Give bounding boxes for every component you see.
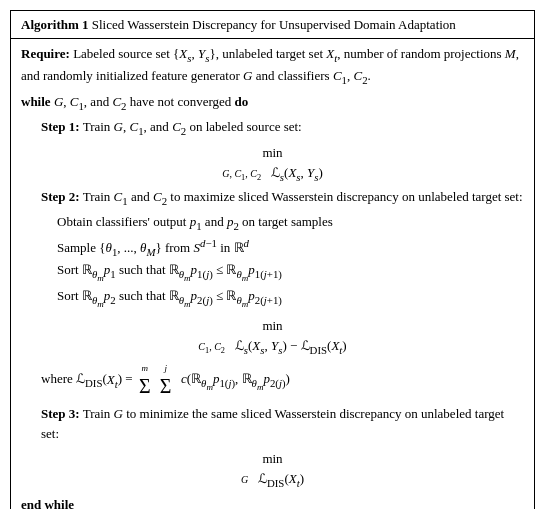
step2-loss: ℒs(Xs, Ys) − ℒDIS(Xt) <box>235 338 347 353</box>
while-condition: G, C1, and C2 have not converged <box>54 94 235 109</box>
algorithm-header: Algorithm 1 Sliced Wasserstein Discrepan… <box>11 11 534 39</box>
algorithm-body: Require: Labeled source set {Xs, Ys}, un… <box>11 39 534 509</box>
step2-sub1: Obtain classifiers' output p1 and p2 on … <box>21 212 524 234</box>
require-label: Require: <box>21 46 70 61</box>
algorithm-title: Algorithm 1 <box>21 17 89 32</box>
step3-label: Step 3: <box>41 406 80 421</box>
step1-section: Step 1: Train G, C1, and C2 on labeled s… <box>21 117 524 139</box>
while-section: while G, C1, and C2 have not converged d… <box>21 92 524 114</box>
sum-table-j: j Σ <box>158 361 174 400</box>
step3-text: Train G to minimize the same sliced Wass… <box>41 406 504 441</box>
step2-min-block: min C1, C2 ℒs(Xs, Ys) − ℒDIS(Xt) <box>21 316 524 359</box>
step2-label: Step 2: <box>41 189 80 204</box>
step2-sort2: Sort ℝθmp2 such that ℝθmp2(j) ≤ ℝθmp2(j+… <box>21 286 524 312</box>
step1-min-block: min G, C1, C2 ℒs(Xs, Ys) <box>21 143 524 186</box>
require-section: Require: Labeled source set {Xs, Ys}, un… <box>21 44 524 89</box>
algorithm-box: Algorithm 1 Sliced Wasserstein Discrepan… <box>10 10 535 509</box>
end-while-label: end while <box>21 497 74 509</box>
sum-table: m Σ <box>137 361 153 400</box>
ldis-definition: where ℒDIS(Xt) = m Σ j Σ <box>21 361 524 400</box>
step1-label: Step 1: <box>41 119 80 134</box>
step1-text: Train G, C1, and C2 on labeled source se… <box>83 119 302 134</box>
step2-section: Step 2: Train C1 and C2 to maximize slic… <box>21 187 524 209</box>
step1-loss: ℒs(Xs, Ys) <box>271 165 323 180</box>
require-text: Labeled source set {Xs, Ys}, unlabeled t… <box>21 46 519 83</box>
do-keyword: do <box>235 94 249 109</box>
while-keyword: while <box>21 94 51 109</box>
step3-loss: ℒDIS(Xt) <box>258 471 304 486</box>
step2-text: Train C1 and C2 to maximize sliced Wasse… <box>83 189 523 204</box>
step2-sort1: Sort ℝθmp1 such that ℝθmp1(j) ≤ ℝθmp1(j+… <box>21 260 524 286</box>
end-while-section: end while <box>21 495 524 509</box>
step2-sub2: Sample {θ1, ..., θM} from Sd−1 in ℝd <box>21 235 524 261</box>
step3-section: Step 3: Train G to minimize the same sli… <box>21 404 524 444</box>
algorithm-description: Sliced Wasserstein Discrepancy for Unsup… <box>92 17 456 32</box>
step3-min-block: min G ℒDIS(Xt) <box>21 449 524 492</box>
